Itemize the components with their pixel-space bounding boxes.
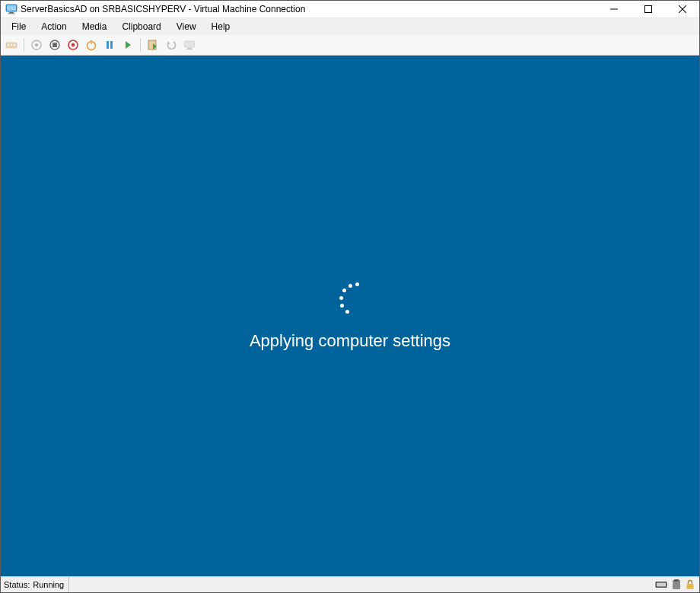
menubar: File Action Media Clipboard View Help xyxy=(1,18,699,35)
window-controls xyxy=(597,1,699,18)
svg-rect-1 xyxy=(7,5,16,11)
revert-icon xyxy=(165,39,177,51)
checkpoint-button[interactable] xyxy=(144,36,162,54)
enhanced-session-icon xyxy=(183,39,196,51)
save-button[interactable] xyxy=(82,36,100,54)
start-icon xyxy=(30,39,43,51)
close-button[interactable] xyxy=(665,1,699,18)
status-tray xyxy=(655,579,696,590)
save-icon xyxy=(85,39,97,51)
svg-point-15 xyxy=(72,43,75,46)
shut-down-button[interactable] xyxy=(64,36,82,54)
keyboard-icon xyxy=(655,580,667,589)
menu-view[interactable]: View xyxy=(169,18,204,35)
svg-rect-19 xyxy=(110,41,113,49)
menu-file[interactable]: File xyxy=(4,18,33,35)
svg-rect-23 xyxy=(186,49,193,49)
svg-rect-2 xyxy=(9,12,14,13)
vm-viewport[interactable]: Applying computer settings xyxy=(1,56,699,576)
svg-rect-21 xyxy=(185,41,195,47)
clipboard-icon xyxy=(672,579,681,590)
turn-off-button[interactable] xyxy=(46,36,64,54)
svg-rect-17 xyxy=(91,40,92,44)
svg-rect-22 xyxy=(187,48,192,49)
svg-rect-18 xyxy=(107,41,109,49)
reset-icon xyxy=(122,39,134,51)
svg-point-11 xyxy=(35,43,38,46)
status-label: Status: xyxy=(4,580,30,589)
minimize-button[interactable] xyxy=(597,1,631,18)
status-value: Running xyxy=(33,580,64,589)
app-icon xyxy=(5,3,18,15)
window-title: ServerBasicsAD on SRBASICSHYPERV - Virtu… xyxy=(21,4,597,14)
menu-action[interactable]: Action xyxy=(33,18,74,35)
loading-spinner-icon xyxy=(333,281,367,314)
svg-rect-27 xyxy=(674,579,679,582)
ctrl-alt-del-button[interactable] xyxy=(2,36,21,54)
vm-status-text: Applying computer settings xyxy=(250,331,450,351)
toolbar-separator xyxy=(24,38,24,52)
pause-button[interactable] xyxy=(100,36,119,54)
svg-rect-13 xyxy=(52,43,57,47)
reset-button[interactable] xyxy=(119,36,137,54)
pause-icon xyxy=(103,39,116,51)
lock-icon xyxy=(686,579,695,590)
svg-rect-9 xyxy=(14,44,15,46)
menu-help[interactable]: Help xyxy=(204,18,238,35)
enhanced-session-button[interactable] xyxy=(180,36,199,54)
shut-down-icon xyxy=(67,39,79,51)
menu-media[interactable]: Media xyxy=(75,18,115,35)
svg-rect-28 xyxy=(687,584,694,589)
checkpoint-icon xyxy=(147,39,159,51)
titlebar: ServerBasicsAD on SRBASICSHYPERV - Virtu… xyxy=(1,1,699,18)
toolbar-separator xyxy=(140,38,141,52)
vm-connection-window: ServerBasicsAD on SRBASICSHYPERV - Virtu… xyxy=(0,0,700,593)
svg-rect-25 xyxy=(657,583,666,587)
svg-rect-8 xyxy=(11,44,12,46)
revert-button[interactable] xyxy=(162,36,180,54)
start-button[interactable] xyxy=(27,36,46,54)
menu-clipboard[interactable]: Clipboard xyxy=(114,18,168,35)
turn-off-icon xyxy=(49,39,61,51)
vm-screen: Applying computer settings xyxy=(1,56,699,576)
svg-rect-5 xyxy=(644,6,651,13)
svg-rect-3 xyxy=(8,13,15,14)
toolbar xyxy=(1,35,699,56)
svg-rect-4 xyxy=(610,9,618,10)
ctrl-alt-del-icon xyxy=(5,39,18,51)
status-left: Status: Running xyxy=(4,577,69,592)
svg-rect-7 xyxy=(8,44,9,46)
maximize-button[interactable] xyxy=(631,1,665,18)
statusbar: Status: Running xyxy=(1,576,699,592)
